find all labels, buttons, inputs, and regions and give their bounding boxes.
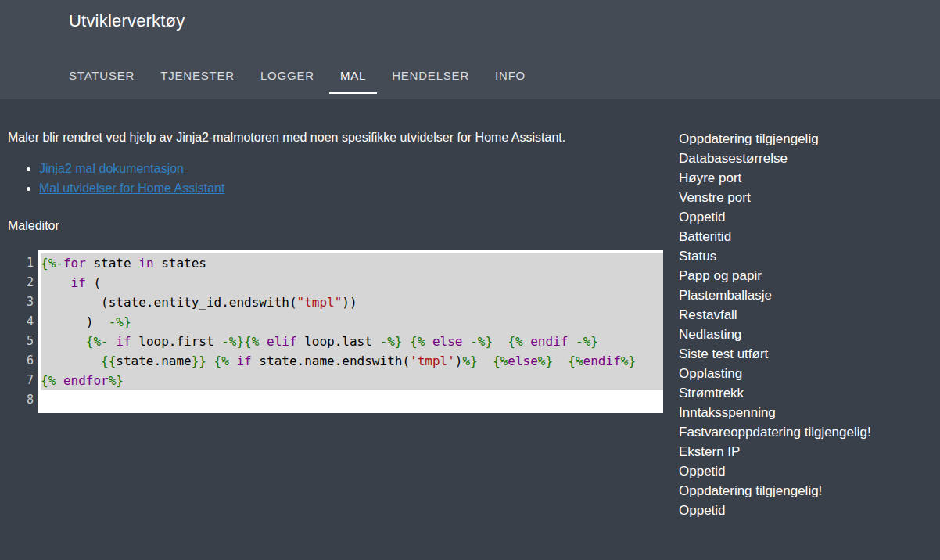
code-token (568, 334, 576, 349)
code-token: else (508, 354, 538, 368)
code-token: "tmpl" (297, 295, 343, 310)
code-token: {% (41, 373, 56, 388)
code-token: if (116, 334, 131, 349)
code-token: states (154, 256, 206, 271)
template-result-line: Siste test utført (679, 344, 871, 364)
code-token (553, 354, 568, 368)
code-line: ) -%} (41, 312, 663, 332)
tab-mal[interactable]: MAL (329, 63, 377, 94)
template-result-line: Status (679, 246, 871, 266)
code-token (425, 334, 432, 349)
code-token: %} (109, 373, 124, 388)
line-number: 4 (22, 312, 34, 332)
template-result-line: Oppetid (679, 207, 871, 227)
code-token (402, 334, 410, 349)
ha-template-extensions-link[interactable]: Mal utvidelser for Home Assistant (39, 181, 224, 195)
tab-tjenester[interactable]: TJENESTER (149, 63, 246, 94)
template-result-line: Fastvareoppdatering tilgjengelig! (679, 422, 871, 442)
line-number: 1 (22, 253, 34, 273)
code-token: state (86, 256, 138, 271)
template-result-line: Batteritid (679, 227, 871, 246)
code-line: (state.entity_id.endswith("tmpl")) (41, 293, 663, 312)
page-title: Utviklerverktøy (69, 11, 185, 31)
template-tab-content: Maler blir rendret ved hjelp av Jinja2-m… (0, 99, 940, 560)
line-number: 3 (22, 293, 34, 312)
code-token: {% (214, 354, 229, 368)
template-result-line: Oppdatering tilgjengelig (679, 129, 871, 149)
code-token: )) (342, 295, 357, 310)
intro-text: Maler blir rendret ved hjelp av Jinja2-m… (0, 99, 649, 145)
code-token: -%} (576, 334, 598, 349)
code-token: for (63, 256, 86, 271)
code-line: {%-for state in states (41, 253, 663, 273)
line-number: 7 (22, 371, 34, 390)
template-result-line: Plastemballasje (679, 285, 871, 305)
template-result-line: Nedlasting (679, 325, 871, 344)
template-result-line: Papp og papir (679, 266, 871, 285)
code-token: -%} (470, 334, 493, 349)
code-token (206, 354, 214, 368)
code-line (41, 390, 663, 410)
code-token: {%- (86, 334, 109, 349)
code-token: -%} (109, 314, 131, 329)
doc-links-list: Jinja2 mal dokumentasjon Mal utvidelser … (0, 159, 547, 198)
code-token (259, 334, 267, 349)
template-result-line: Venstre port (679, 188, 871, 207)
code-token: else (432, 334, 463, 349)
tab-statuser[interactable]: STATUSER (58, 63, 145, 94)
list-item: Jinja2 mal dokumentasjon (39, 159, 547, 178)
code-token: {% (493, 354, 508, 368)
template-render-results: Oppdatering tilgjengeligDatabasestørrels… (679, 129, 871, 520)
code-token: elif (267, 334, 297, 349)
code-token: {%- (41, 256, 63, 271)
template-result-line: Oppdatering tilgjengelig! (679, 481, 871, 501)
code-line: {{state.name}} {% if state.name.endswith… (41, 351, 663, 371)
code-token: state.name (116, 354, 191, 368)
code-token: %} (538, 354, 553, 368)
code-token: endif (583, 354, 621, 368)
code-line: if ( (41, 273, 663, 293)
code-token: }} (192, 354, 206, 368)
code-token: -%} (380, 334, 403, 349)
line-number: 5 (22, 332, 34, 351)
template-result-line: Strømtrekk (679, 383, 871, 403)
code-token: {% (508, 334, 522, 349)
code-token (56, 373, 63, 388)
template-result-line: Restavfall (679, 305, 871, 325)
code-token (41, 334, 86, 349)
code-token (493, 334, 508, 349)
template-result-line: Høyre port (679, 168, 871, 188)
code-token: loop.last (297, 334, 380, 349)
code-line: {% endfor%} (41, 371, 663, 390)
code-token: (state.entity_id.endswith( (41, 295, 297, 310)
code-token (41, 354, 101, 368)
line-number: 8 (22, 390, 34, 410)
code-token: state.name.endswith( (252, 354, 410, 368)
tab-info[interactable]: INFO (484, 63, 536, 94)
code-token: %} (621, 354, 636, 368)
code-token (478, 354, 493, 368)
code-token (463, 334, 471, 349)
template-result-line: Oppetid (679, 501, 871, 520)
line-number-gutter: 12345678 (22, 250, 38, 413)
code-token: loop.first (131, 334, 222, 349)
jinja2-docs-link[interactable]: Jinja2 mal dokumentasjon (39, 162, 184, 175)
code-token: 'tmpl' (410, 354, 455, 368)
code-token: if (71, 275, 86, 290)
tab-hendelser[interactable]: HENDELSER (381, 63, 480, 94)
code-area[interactable]: {%-for state in states if ( (state.entit… (38, 250, 663, 413)
code-token: {% (568, 354, 583, 368)
code-token: {{ (101, 354, 116, 368)
code-token (523, 334, 531, 349)
list-item: Mal utvidelser for Home Assistant (39, 178, 547, 198)
code-token (41, 275, 71, 290)
template-result-line: Inntaksspenning (679, 403, 871, 422)
code-token: endfor (63, 373, 109, 388)
code-token: {% (410, 334, 425, 349)
code-token: -%}{% (221, 334, 259, 349)
code-token: ( (86, 275, 101, 290)
app-header: Utviklerverktøy STATUSERTJENESTERLOGGERM… (0, 0, 940, 99)
template-editor[interactable]: 12345678 {%-for state in states if ( (st… (22, 250, 663, 413)
tab-logger[interactable]: LOGGER (249, 63, 325, 94)
template-result-line: Databasestørrelse (679, 149, 871, 168)
